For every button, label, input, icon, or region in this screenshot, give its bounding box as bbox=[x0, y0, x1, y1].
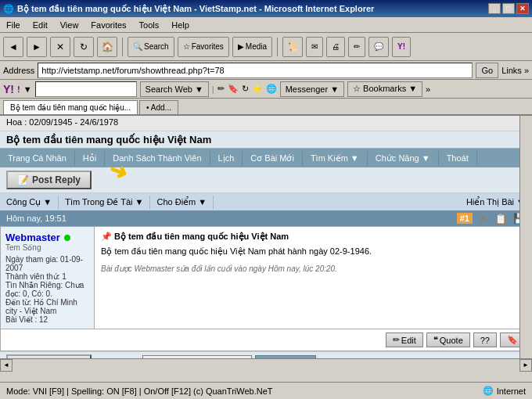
minimize-button[interactable]: _ bbox=[488, 3, 501, 14]
separator-3: | bbox=[212, 84, 214, 94]
edit-button[interactable]: ✏ bbox=[348, 37, 365, 57]
post-time: Hôm nay, 19:51 bbox=[6, 214, 66, 223]
maximize-button[interactable]: □ bbox=[502, 3, 515, 14]
stop-button[interactable]: ✕ bbox=[50, 37, 70, 57]
edit-icon: ✏ bbox=[393, 335, 400, 345]
online-indicator bbox=[64, 235, 70, 241]
post-text: Bộ tem đầu tiên mang quốc hiệu Việt Nam … bbox=[101, 245, 525, 258]
links-label: Links » bbox=[501, 66, 529, 75]
pencil-icon: ✏ bbox=[217, 84, 225, 94]
bottom-controls: 📝 Post Reply Điều Hành Hợp Nhất Bài Viết… bbox=[0, 351, 532, 358]
menu-favorites[interactable]: Favorites bbox=[88, 19, 129, 31]
forward-button[interactable]: ► bbox=[27, 37, 47, 57]
home-button[interactable]: 🏠 bbox=[97, 37, 117, 57]
post-title-icon: 📌 bbox=[101, 232, 112, 241]
menu-tools[interactable]: Tools bbox=[136, 19, 163, 31]
separator-2 bbox=[277, 38, 278, 56]
yahoo-logo: Y! bbox=[3, 83, 14, 95]
close-button[interactable]: ✕ bbox=[516, 3, 529, 14]
discuss-button[interactable]: 💬 bbox=[368, 37, 389, 57]
history-button[interactable]: 📜 bbox=[282, 37, 303, 57]
hscroll-left[interactable]: ◄ bbox=[0, 359, 13, 372]
bookmark-icon: 🔖 bbox=[228, 84, 239, 94]
post-body: Webmaster Tem Sống Ngày tham gia: 01-09-… bbox=[0, 226, 532, 329]
tiep-tuc-button[interactable]: Tiếp Tục (0) bbox=[255, 355, 316, 359]
post-title: 📌 Bộ tem đầu tiên mang quốc hiệu Việt Na… bbox=[101, 232, 525, 242]
globe-icon: 🌐 bbox=[266, 84, 277, 94]
star-icon: ⭐ bbox=[252, 84, 263, 94]
go-button[interactable]: Go bbox=[476, 63, 498, 78]
favorites-button[interactable]: ☆ Favorites bbox=[178, 37, 229, 57]
tab-1[interactable]: • Add... bbox=[139, 100, 178, 114]
cho-diem-button[interactable]: Cho Điểm ▼ bbox=[150, 196, 214, 209]
nav-profile[interactable]: Trang Cá Nhân bbox=[0, 151, 75, 165]
tim-trong-button[interactable]: Tìm Trong Đề Tài ▼ bbox=[59, 196, 150, 209]
print-button[interactable]: 🖨 bbox=[326, 37, 345, 57]
forum-nav: Trang Cá Nhân Hỏi Danh Sách Thành Viên L… bbox=[0, 149, 532, 167]
post-reply-button-bottom[interactable]: 📝 Post Reply bbox=[6, 354, 92, 359]
address-input[interactable] bbox=[38, 63, 473, 78]
yahoo-search-input[interactable] bbox=[35, 81, 137, 97]
nav-question[interactable]: Hỏi bbox=[75, 151, 105, 166]
yahoo-btn[interactable]: Y! bbox=[392, 37, 411, 57]
mail-button[interactable]: ✉ bbox=[306, 37, 323, 57]
menu-help[interactable]: Help bbox=[168, 19, 192, 31]
edit-button[interactable]: ✏ Edit bbox=[386, 332, 423, 347]
tab-bar: Bộ tem đầu tiên mang quốc hiệu... • Add.… bbox=[0, 99, 532, 116]
nav-logout[interactable]: Thoát bbox=[439, 151, 477, 165]
search-web-button[interactable]: Search Web ▼ bbox=[140, 81, 209, 97]
page-title-text: Bộ tem đầu tiên mang quốc hiệu Việt Nam bbox=[6, 134, 211, 146]
reply-icon-bottom: 📝 bbox=[17, 358, 29, 359]
member-level: Thành viên thứ: 1 bbox=[5, 272, 89, 281]
post-actions: ✏ Edit ❝ Quote ?? 🔖 bbox=[0, 329, 532, 351]
nav-calendar[interactable]: Lịch bbox=[210, 151, 243, 166]
hscroll-track[interactable] bbox=[13, 359, 519, 372]
post-area: Hôm nay, 19:51 #1 ⚠ 📋 💾 Webmaster Tem Số… bbox=[0, 210, 532, 351]
nav-search[interactable]: Tìm Kiếm ▼ bbox=[303, 151, 368, 166]
window-title: Bộ tem đầu tiên mang quốc hiệu Việt Nam … bbox=[17, 4, 374, 14]
main-toolbar: ◄ ► ✕ ↻ 🏠 🔍 Search ☆ Favorites ▶ Media 📜… bbox=[0, 33, 532, 61]
vertical-scrollbar[interactable] bbox=[519, 116, 532, 358]
action-3-button[interactable]: ?? bbox=[473, 332, 497, 347]
menu-file[interactable]: File bbox=[3, 19, 23, 31]
media-icon: ▶ bbox=[238, 42, 244, 51]
post-reply-label: Post Reply bbox=[32, 174, 81, 185]
title-bar: 🌐 Bộ tem đầu tiên mang quốc hiệu Việt Na… bbox=[0, 0, 532, 17]
post-sidebar: Webmaster Tem Sống Ngày tham gia: 01-09-… bbox=[1, 227, 95, 329]
nav-members[interactable]: Danh Sách Thành Viên bbox=[105, 151, 210, 165]
page-title: Bộ tem đầu tiên mang quốc hiệu Việt Nam bbox=[0, 131, 532, 149]
internet-zone: Internet bbox=[497, 386, 526, 396]
post-reply-button[interactable]: 📝 Post Reply bbox=[6, 171, 92, 189]
yahoo-toolbar: Y! ! ▼ Search Web ▼ | ✏ 🔖 ↻ ⭐ 🌐 Messenge… bbox=[0, 80, 532, 99]
post-reply-label-bottom: Post Reply bbox=[32, 358, 81, 359]
main-content: ➜ ➜ Hoa : 02/09/1945 - 24/6/1978 Bộ tem … bbox=[0, 116, 532, 358]
quote-button[interactable]: ❝ Quote bbox=[426, 332, 470, 347]
horizontal-scrollbar[interactable]: ◄ ► bbox=[0, 358, 532, 371]
hscroll-right[interactable]: ► bbox=[519, 359, 532, 372]
refresh-button[interactable]: ↻ bbox=[74, 37, 94, 57]
nav-functions[interactable]: Chức Năng ▼ bbox=[368, 151, 439, 166]
tab-0[interactable]: Bộ tem đầu tiên mang quốc hiệu... bbox=[3, 100, 138, 114]
post-footer: Bài được Webmaster sửa đổi lần cuối vào … bbox=[101, 264, 525, 273]
menu-view[interactable]: View bbox=[57, 19, 82, 31]
nav-new-posts[interactable]: Cơ Bài Mới bbox=[243, 151, 303, 166]
bookmarks-button[interactable]: ☆ Bookmarks ▼ bbox=[347, 81, 422, 97]
search-button[interactable]: 🔍 Search bbox=[128, 37, 174, 57]
menu-edit[interactable]: Edit bbox=[30, 19, 51, 31]
posts-info: Bài Viết : 12 bbox=[5, 315, 89, 324]
messenger-button[interactable]: Messenger ▼ bbox=[280, 81, 344, 97]
post-reply-section: 📝 Post Reply bbox=[0, 167, 532, 193]
thread-tools-bar: Công Cụ ▼ Tìm Trong Đề Tài ▼ Cho Điểm ▼ … bbox=[0, 193, 532, 210]
username-link[interactable]: Webmaster bbox=[5, 232, 60, 243]
status-mode: Mode: VNI [F9] | Spelling: ON [F8] | On/… bbox=[6, 386, 273, 396]
dieu-hanh-select[interactable]: Hợp Nhất Bài Viết bbox=[142, 355, 252, 359]
expand-yahoo-icon[interactable]: » bbox=[426, 84, 430, 94]
yahoo-excl: ! bbox=[17, 84, 20, 94]
media-button[interactable]: ▶ Media bbox=[232, 37, 272, 57]
address-label: Address bbox=[3, 66, 34, 75]
refresh-icon: ↻ bbox=[242, 84, 249, 94]
quote-icon: ❝ bbox=[433, 335, 438, 345]
cong-cu-button[interactable]: Công Cụ ▼ bbox=[0, 196, 59, 209]
back-button[interactable]: ◄ bbox=[3, 37, 23, 57]
dropdown-icon: ▼ bbox=[23, 84, 32, 94]
